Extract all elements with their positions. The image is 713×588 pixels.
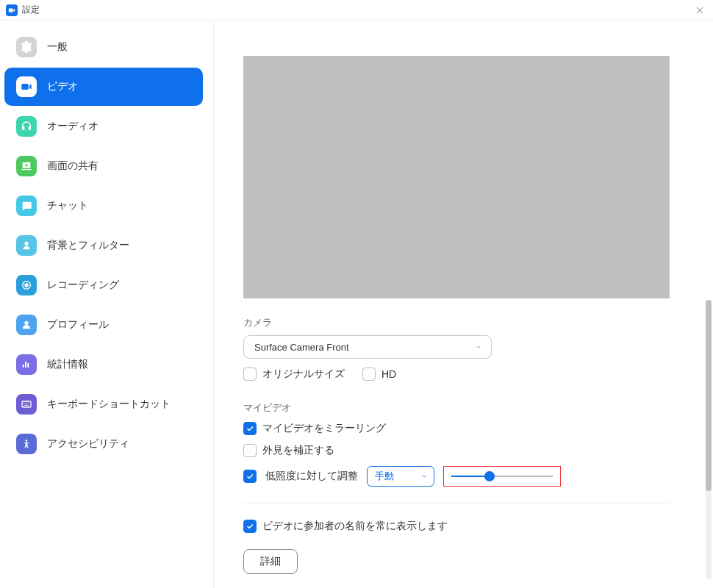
sidebar-item-label: オーディオ bbox=[47, 120, 98, 133]
scrollbar[interactable] bbox=[706, 300, 712, 579]
chevron-down-icon bbox=[475, 342, 482, 353]
app-icon bbox=[6, 4, 18, 16]
person-icon bbox=[16, 235, 37, 256]
camera-select-value: Surface Camera Front bbox=[254, 342, 349, 353]
titlebar: 設定 bbox=[0, 0, 713, 21]
gear-icon bbox=[16, 37, 37, 57]
sidebar-item-stats[interactable]: 統計情報 bbox=[4, 345, 203, 384]
original-size-label: オリジナルサイズ bbox=[262, 368, 345, 381]
svg-point-2 bbox=[24, 321, 28, 325]
sidebar-item-label: チャット bbox=[47, 199, 88, 212]
share-screen-icon bbox=[16, 156, 37, 176]
mirror-label: マイビデオをミラーリング bbox=[262, 422, 386, 435]
chevron-down-icon bbox=[420, 471, 428, 482]
camera-label: カメラ bbox=[243, 316, 695, 329]
sidebar: 一般 ビデオ オーディオ 画面の共有 bbox=[0, 21, 213, 588]
slider-thumb[interactable] bbox=[484, 471, 495, 481]
sidebar-item-background[interactable]: 背景とフィルター bbox=[4, 226, 203, 265]
headphones-icon bbox=[16, 116, 37, 137]
lowlight-label: 低照度に対して調整 bbox=[265, 470, 358, 483]
sidebar-item-profile[interactable]: プロフィール bbox=[4, 306, 203, 344]
svg-point-1 bbox=[24, 283, 28, 287]
scrollbar-thumb[interactable] bbox=[706, 300, 712, 491]
touchup-label: 外見を補正する bbox=[262, 444, 334, 457]
record-icon bbox=[16, 275, 37, 295]
video-icon bbox=[16, 76, 37, 97]
divider bbox=[243, 503, 670, 503]
sidebar-item-audio[interactable]: オーディオ bbox=[4, 107, 203, 146]
hd-checkbox[interactable] bbox=[362, 368, 376, 381]
svg-rect-3 bbox=[22, 401, 31, 407]
showname-label: ビデオに参加者の名前を常に表示します bbox=[262, 520, 448, 533]
sidebar-item-general[interactable]: 一般 bbox=[4, 28, 203, 66]
lowlight-slider[interactable] bbox=[443, 466, 561, 487]
sidebar-item-share[interactable]: 画面の共有 bbox=[4, 147, 203, 185]
svg-point-4 bbox=[26, 440, 28, 442]
sidebar-item-label: 一般 bbox=[47, 40, 68, 54]
chart-icon bbox=[16, 354, 37, 375]
window-title: 設定 bbox=[22, 4, 40, 16]
sidebar-item-label: プロフィール bbox=[47, 318, 109, 331]
mirror-checkbox[interactable] bbox=[243, 422, 257, 435]
original-size-checkbox[interactable] bbox=[243, 368, 257, 381]
sidebar-item-keyboard[interactable]: キーボードショートカット bbox=[4, 385, 203, 423]
hd-label: HD bbox=[381, 368, 396, 380]
lowlight-checkbox[interactable] bbox=[243, 470, 257, 483]
sidebar-item-label: 統計情報 bbox=[47, 358, 88, 371]
sidebar-item-accessibility[interactable]: アクセシビリティ bbox=[4, 425, 203, 463]
sidebar-item-label: アクセシビリティ bbox=[47, 437, 129, 451]
keyboard-icon bbox=[16, 394, 37, 415]
sidebar-item-label: キーボードショートカット bbox=[47, 398, 171, 411]
sidebar-item-chat[interactable]: チャット bbox=[4, 187, 203, 225]
sidebar-item-label: 画面の共有 bbox=[47, 159, 98, 173]
profile-icon bbox=[16, 315, 37, 335]
accessibility-icon bbox=[16, 434, 37, 454]
sidebar-item-video[interactable]: ビデオ bbox=[4, 68, 203, 106]
touchup-checkbox[interactable] bbox=[243, 444, 257, 457]
sidebar-item-label: 背景とフィルター bbox=[47, 239, 129, 252]
sidebar-item-label: レコーディング bbox=[47, 279, 119, 292]
close-button[interactable] bbox=[692, 3, 707, 18]
lowlight-mode-select[interactable]: 手動 bbox=[367, 466, 434, 487]
myvideo-label: マイビデオ bbox=[243, 401, 695, 415]
sidebar-item-label: ビデオ bbox=[47, 80, 78, 93]
main-panel: カメラ Surface Camera Front オリジナルサイズ HD マイビ… bbox=[213, 21, 713, 588]
showname-checkbox[interactable] bbox=[243, 520, 257, 533]
sidebar-item-recording[interactable]: レコーディング bbox=[4, 266, 203, 304]
video-preview bbox=[243, 56, 670, 298]
chat-icon bbox=[16, 196, 37, 216]
advanced-button[interactable]: 詳細 bbox=[243, 549, 298, 574]
lowlight-mode-value: 手動 bbox=[375, 470, 394, 483]
camera-select[interactable]: Surface Camera Front bbox=[243, 335, 492, 359]
